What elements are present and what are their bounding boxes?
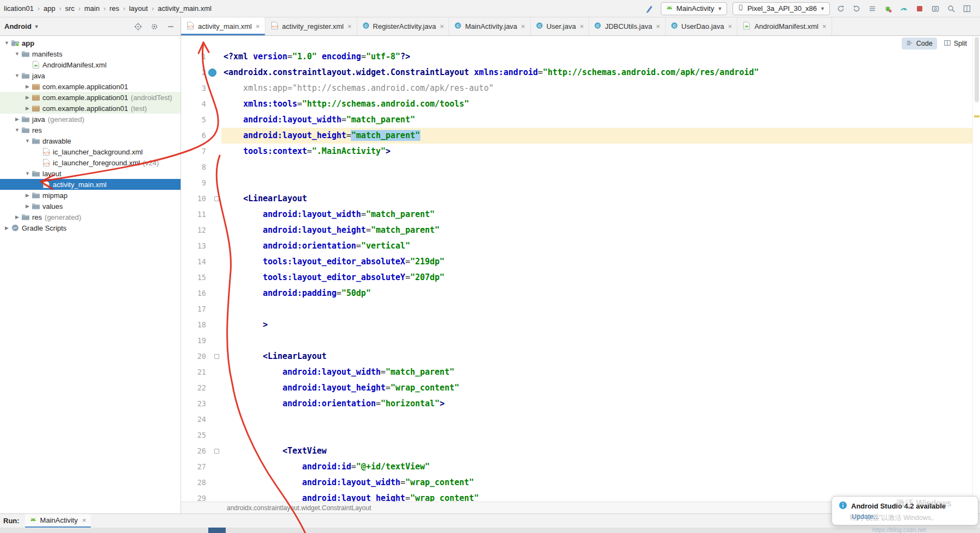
breadcrumb-item-app[interactable]: app [42,4,57,13]
tab-registeractivity-java[interactable]: CRegisterActivity.java× [357,17,450,35]
tree-item-com-example-application01-test[interactable]: ▶com.example.application01(test) [0,103,181,114]
chevron-right-icon[interactable]: ▶ [24,106,31,111]
tree-item-com-example-application01-androidtest[interactable]: ▶com.example.application01(androidTest) [0,92,181,103]
breadcrumb-item-lication01[interactable]: lication01 [2,4,35,13]
line-number[interactable]: 27 [181,459,213,475]
hide-panel-icon[interactable] [165,21,176,32]
chevron-right-icon[interactable]: ▶ [14,116,21,122]
run-tab-mainactivity[interactable]: MainActivity × [25,514,91,528]
line-number[interactable]: 10 [181,191,213,207]
stop-icon[interactable] [914,3,925,14]
tree-item-res[interactable]: ▼res [0,125,181,135]
breadcrumb-item-src[interactable]: src [64,4,76,13]
line-number[interactable]: 14 [181,254,213,270]
tree-item-drawable[interactable]: ▼drawable [0,135,181,146]
scrollbar-thumb[interactable] [975,37,979,102]
device-capture-icon[interactable] [930,3,941,14]
code-line-15[interactable]: 15 tools:layout_editor_absoluteY="207dp" [181,270,980,286]
sync-project-icon[interactable] [835,3,846,14]
line-number[interactable]: 24 [181,412,213,427]
code-line-23[interactable]: 23 android:orientation="horizontal"> [181,396,980,412]
tree-item-mipmap[interactable]: ▶mipmap [0,190,181,201]
line-number[interactable]: 26 [181,443,213,459]
tree-item-java-generated[interactable]: ▶java(generated) [0,114,181,125]
code-line-8[interactable]: 8 [181,159,980,175]
line-number[interactable]: 17 [181,301,213,317]
code-line-1[interactable]: 1<?xml version="1.0" encoding="utf-8"?> [181,49,980,65]
line-number[interactable]: 1 [181,49,213,65]
chevron-right-icon[interactable]: ▶ [14,214,21,220]
run-configuration-dropdown[interactable]: MainActivity ▼ [661,2,727,15]
chevron-down-icon[interactable]: ▼ [14,73,21,78]
chevron-right-icon[interactable]: ▶ [24,203,31,209]
project-view-selector[interactable]: Android [4,22,32,30]
view-toggle-split[interactable]: Split [939,38,971,49]
code-line-5[interactable]: 5 android:layout_width="match_parent" [181,112,980,128]
tab-user-java[interactable]: CUser.java× [531,17,590,35]
code-line-3[interactable]: 3 xmlns:app="http://schemas.android.com/… [181,80,980,96]
line-number[interactable]: 5 [181,112,213,128]
close-icon[interactable]: × [656,22,660,30]
tree-item-gradle-scripts[interactable]: ▶Gradle Scripts [0,222,181,233]
line-number[interactable]: 20 [181,349,213,364]
tree-item-manifests[interactable]: ▼manifests [0,48,181,59]
line-number[interactable]: 28 [181,475,213,491]
tree-item-androidmanifest-xml[interactable]: AndroidManifest.xml [0,59,181,70]
tree-item-layout[interactable]: ▼layout [0,168,181,179]
tree-item-ic-launcher-background-xml[interactable]: </>ic_launcher_background.xml [0,146,181,157]
line-number[interactable]: 11 [181,207,213,222]
line-number[interactable]: 25 [181,427,213,443]
line-number[interactable]: 9 [181,175,213,191]
code-line-22[interactable]: 22 android:layout_height="wrap_content" [181,380,980,396]
editor-scrollbar[interactable] [972,36,980,501]
tree-item-java[interactable]: ▼java [0,70,181,81]
tree-item-ic-launcher-foreground-xml-v24[interactable]: </>ic_launcher_foreground.xml(v24) [0,157,181,168]
tree-item-values[interactable]: ▶values [0,201,181,212]
breadcrumb-item-res[interactable]: res [108,4,121,13]
chevron-down-icon[interactable]: ▼ [3,40,10,46]
code-line-2[interactable]: 2<androidx.constraintlayout.widget.Const… [181,65,980,80]
tree-item-activity-main-xml[interactable]: </>activity_main.xml [0,179,181,190]
close-icon[interactable]: × [256,22,260,30]
chevron-right-icon[interactable]: ▶ [24,193,31,198]
breadcrumb-item-activity-main-xml[interactable]: activity_main.xml [156,4,213,13]
code-line-28[interactable]: 28 android:layout_width="wrap_content" [181,475,980,491]
tree-item-res-generated[interactable]: ▶res(generated) [0,212,181,222]
close-icon[interactable]: × [82,516,86,524]
code-line-10[interactable]: 10 <LinearLayout [181,191,980,207]
locate-file-icon[interactable] [133,21,144,32]
tree-item-app[interactable]: ▼app [0,38,181,48]
close-icon[interactable]: × [728,22,733,30]
fold-marker-icon[interactable] [214,449,219,454]
line-number[interactable]: 13 [181,238,213,254]
line-number[interactable]: 21 [181,364,213,380]
chevron-down-icon[interactable]: ▼ [14,51,21,57]
code-line-17[interactable]: 17 [181,301,980,317]
line-number[interactable]: 7 [181,144,213,159]
code-editor[interactable]: 1<?xml version="1.0" encoding="utf-8"?>2… [181,36,980,501]
tab-activity-register-xml[interactable]: </>activity_register.xml× [265,17,357,35]
build-variants-icon[interactable] [867,3,878,14]
sync-gradle-icon[interactable] [851,3,862,14]
attach-debugger-icon[interactable] [883,3,894,14]
search-everywhere-icon[interactable] [946,3,957,14]
code-line-14[interactable]: 14 tools:layout_editor_absoluteX="219dp" [181,254,980,270]
breadcrumb-item-layout[interactable]: layout [127,4,150,13]
chevron-down-icon[interactable]: ▼ [24,138,31,144]
fold-marker-icon[interactable] [214,196,219,201]
line-number[interactable]: 12 [181,222,213,238]
line-number[interactable]: 8 [181,159,213,175]
line-number[interactable]: 6 [181,128,213,144]
close-icon[interactable]: × [440,22,444,30]
line-number[interactable]: 22 [181,380,213,396]
code-line-26[interactable]: 26 <TextView [181,443,980,459]
code-line-25[interactable]: 25 [181,427,980,443]
code-line-11[interactable]: 11 android:layout_width="match_parent" [181,207,980,222]
view-toggle-code[interactable]: Code [902,38,937,49]
line-number[interactable]: 16 [181,286,213,301]
code-line-20[interactable]: 20 <LinearLayout [181,349,980,364]
line-number[interactable]: 3 [181,80,213,96]
layout-inspector-icon[interactable] [962,3,972,14]
code-line-18[interactable]: 18 > [181,317,980,333]
code-line-13[interactable]: 13 android:orientation="vertical" [181,238,980,254]
